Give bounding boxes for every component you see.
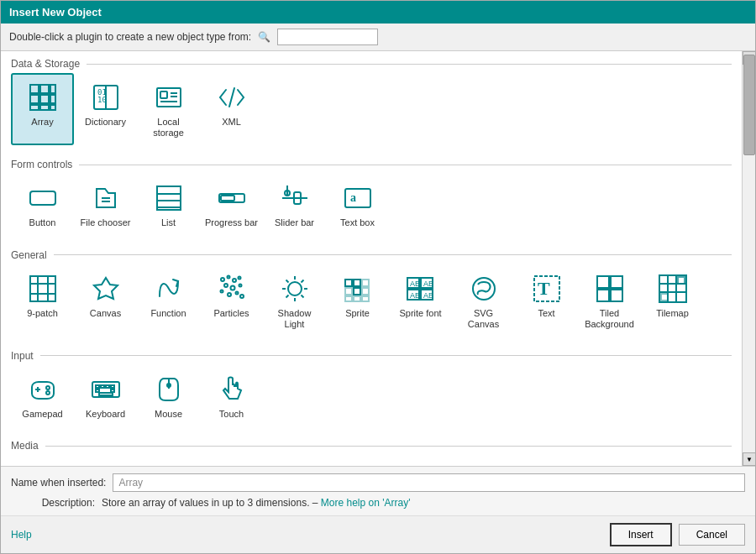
svg-rect-33 [345, 189, 370, 207]
plugin-gamepad[interactable]: Gamepad [11, 365, 74, 426]
svg-line-56 [286, 280, 288, 282]
plugin-list[interactable]: List [137, 174, 200, 235]
svg-canvas-label: SVG Canvas [457, 308, 510, 330]
insert-button[interactable]: Insert [610, 523, 672, 546]
plugin-sprite-font[interactable]: AB AB AB AB Sprite font [389, 264, 452, 337]
plugin-grid-general: 9-patch Canvas [1, 264, 742, 343]
sprite-icon [340, 271, 375, 306]
plugin-tiled-background[interactable]: Tiled Background [578, 264, 641, 337]
svg-point-51 [288, 282, 302, 295]
slider-bar-label: Slider bar [275, 217, 314, 228]
plugin-svg-canvas[interactable]: SVG Canvas [452, 264, 515, 337]
svg-point-50 [240, 295, 244, 298]
section-title-form-controls: Form controls [11, 159, 72, 170]
cancel-button[interactable]: Cancel [679, 524, 745, 546]
plugin-mouse[interactable]: Mouse [137, 365, 200, 426]
plugin-xml[interactable]: XML [200, 73, 263, 145]
svg-rect-67 [354, 296, 360, 301]
plugin-local-storage[interactable]: Local storage [137, 73, 200, 145]
plugin-audio[interactable]: Audio [11, 455, 74, 466]
section-header-general: General [1, 243, 742, 264]
plugin-progress-bar[interactable]: Progress bar [200, 174, 263, 235]
text-box-icon: a [340, 180, 375, 216]
plugin-button[interactable]: OK Button [11, 174, 74, 235]
svg-rect-102 [111, 389, 114, 392]
plugin-sprite[interactable]: Sprite [326, 264, 389, 337]
svg-rect-61 [354, 280, 360, 286]
plugin-9-patch[interactable]: 9-patch [11, 264, 74, 337]
more-help-link[interactable]: More help on 'Array' [321, 497, 411, 509]
svg-point-43 [238, 276, 240, 279]
search-input[interactable] [277, 29, 378, 45]
section-title-media: Media [11, 440, 39, 452]
svg-rect-84 [659, 275, 686, 302]
sprite-label: Sprite [345, 308, 370, 319]
mouse-icon [151, 372, 186, 407]
scroll-area[interactable]: Data & Storage [1, 51, 742, 466]
svg-rect-68 [362, 296, 369, 301]
plugin-slider-bar[interactable]: Slider bar [263, 174, 326, 235]
svg-rect-60 [345, 280, 352, 286]
svg-rect-63 [345, 288, 352, 295]
section-media: Media Audio [1, 433, 742, 466]
plugin-array[interactable]: Array [11, 73, 74, 145]
plugin-text-box[interactable]: a Text box [326, 174, 389, 235]
plugin-function[interactable]: Function [137, 264, 200, 337]
scroll-down-arrow[interactable]: ▼ [743, 452, 755, 466]
text-box-label: Text box [340, 217, 375, 228]
svg-text:AB: AB [410, 291, 420, 300]
plugin-video[interactable]: Video [200, 455, 263, 466]
svg-point-45 [230, 285, 234, 290]
help-link[interactable]: Help [11, 529, 32, 541]
plugin-text[interactable]: T Text [515, 264, 578, 337]
plugin-grid-data-storage: Array 01 10 Dictionary [1, 73, 742, 152]
plugin-touch[interactable]: Touch [200, 365, 263, 426]
name-input[interactable] [113, 473, 745, 492]
svg-rect-7 [40, 105, 49, 110]
scrollbar[interactable]: ▲ ▼ [742, 51, 755, 466]
desc-static: Store an array of values in up to 3 dime… [102, 497, 318, 509]
svg-rect-83 [611, 290, 622, 301]
plugin-canvas[interactable]: Canvas [74, 264, 137, 337]
xml-icon [214, 80, 249, 115]
list-label: List [161, 217, 176, 228]
divider [40, 355, 732, 356]
svg-rect-28 [221, 196, 234, 201]
touch-label: Touch [219, 409, 244, 420]
plugin-user-media[interactable]: User Media [137, 455, 200, 466]
svg-rect-3 [30, 95, 39, 103]
plugin-shadow-light[interactable]: Shadow Light [263, 264, 326, 337]
dictionary-label: Dictionary [85, 117, 126, 128]
touch-icon [214, 372, 249, 407]
sprite-font-label: Sprite font [399, 308, 441, 319]
svg-point-94 [46, 391, 50, 395]
plugin-geolocation[interactable]: Geolocation [74, 455, 137, 466]
mouse-label: Mouse [155, 409, 182, 420]
file-chooser-icon [88, 180, 123, 216]
svg-canvas-icon [466, 271, 501, 306]
plugin-particles[interactable]: Particles [200, 264, 263, 337]
keyboard-icon [88, 372, 123, 407]
scrollbar-thumb[interactable] [743, 55, 755, 155]
plugin-tilemap[interactable]: Tilemap [641, 264, 704, 337]
section-title-general: General [11, 249, 47, 261]
section-header-input: Input [1, 343, 742, 365]
section-input: Input [1, 343, 742, 433]
svg-rect-66 [345, 296, 352, 301]
plugin-dictionary[interactable]: 01 10 Dictionary [74, 73, 137, 145]
plugin-keyboard[interactable]: Keyboard [74, 365, 137, 426]
plugin-grid-media: Audio Geolocation [1, 455, 742, 466]
svg-point-49 [235, 291, 238, 294]
function-label: Function [150, 308, 186, 319]
svg-rect-65 [362, 288, 369, 295]
search-bar: Double-click a plugin to create a new ob… [1, 24, 755, 51]
section-header-form-controls: Form controls [1, 152, 742, 174]
local-storage-label: Local storage [142, 117, 195, 138]
plugin-file-chooser[interactable]: File chooser [74, 174, 137, 235]
function-icon [151, 271, 186, 306]
bottom-actions: Help Insert Cancel [1, 515, 755, 553]
name-row: Name when inserted: [1, 467, 755, 495]
svg-rect-8 [50, 105, 55, 110]
svg-rect-2 [50, 85, 55, 93]
svg-rect-97 [101, 385, 104, 388]
